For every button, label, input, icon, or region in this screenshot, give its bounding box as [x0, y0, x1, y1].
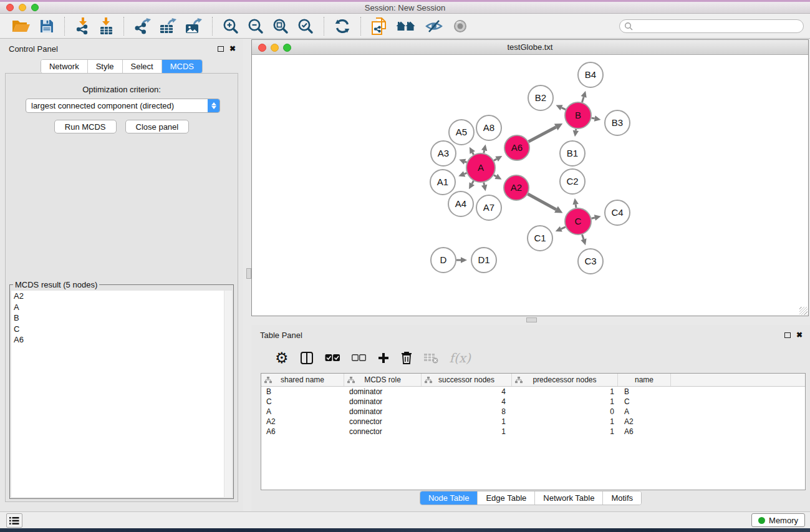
table-cell[interactable]: B	[618, 387, 671, 396]
edge-A-A3[interactable]	[465, 162, 467, 162]
column-chooser-button[interactable]	[300, 351, 314, 365]
table-cell[interactable]: B	[261, 387, 344, 396]
edge-C-C3[interactable]	[582, 235, 584, 239]
tab-node-table[interactable]: Node Table	[420, 491, 478, 505]
table-cell[interactable]: A	[261, 407, 344, 416]
float-table-panel-icon[interactable]	[784, 332, 791, 338]
edge-C-C4[interactable]	[591, 218, 594, 218]
table-cell[interactable]: 1	[512, 417, 618, 426]
edge-A-A1[interactable]	[465, 173, 467, 173]
zoom-out-button[interactable]	[246, 17, 265, 36]
table-cell[interactable]: 1	[512, 397, 618, 406]
table-row-C[interactable]: Cdominator41C	[261, 397, 805, 407]
column-header-shared-name[interactable]: shared name	[261, 374, 344, 386]
search-input[interactable]	[633, 21, 803, 32]
column-header-predecessor-nodes[interactable]: predecessor nodes	[512, 374, 618, 386]
edge-B-B3[interactable]	[592, 118, 595, 118]
tab-select[interactable]: Select	[123, 60, 162, 73]
hide-panels-button[interactable]	[423, 17, 445, 35]
zoom-fit-button[interactable]	[271, 17, 290, 36]
save-session-button[interactable]	[38, 17, 55, 35]
edge-C-C2[interactable]	[576, 205, 576, 208]
table-row-A6[interactable]: A6connector11A6	[261, 427, 805, 437]
tab-edge-table[interactable]: Edge Table	[478, 491, 535, 505]
table-cell[interactable]: dominator	[344, 407, 422, 416]
edge-A6-B[interactable]	[529, 127, 556, 142]
edge-A2-C[interactable]	[528, 194, 556, 210]
table-settings-button[interactable]: ⚙	[275, 351, 289, 365]
network-minimize-button[interactable]	[271, 44, 279, 52]
close-panel-button[interactable]: Close panel	[125, 120, 190, 133]
mcds-result-list[interactable]: A2ABCA6	[11, 291, 232, 497]
close-window-button[interactable]	[6, 4, 14, 11]
column-header-MCDS-role[interactable]: MCDS role	[344, 374, 422, 386]
table-cell[interactable]: A	[618, 407, 671, 416]
export-image-button[interactable]	[184, 16, 203, 36]
show-panels-button[interactable]	[451, 17, 470, 35]
export-table-button[interactable]	[158, 16, 178, 36]
tab-mcds[interactable]: MCDS	[162, 60, 202, 73]
deselect-all-columns-button[interactable]	[352, 354, 366, 362]
table-cell[interactable]: 0	[512, 407, 618, 416]
export-network-button[interactable]	[133, 16, 152, 36]
edge-B-B2[interactable]	[562, 108, 566, 110]
tab-network-table[interactable]: Network Table	[535, 491, 603, 505]
table-cell[interactable]: A2	[618, 417, 671, 426]
refresh-network-button[interactable]	[333, 17, 352, 36]
memory-button[interactable]: Memory	[751, 513, 805, 527]
table-cell[interactable]: A6	[261, 427, 344, 436]
table-row-B[interactable]: Bdominator41B	[261, 387, 805, 397]
zoom-selected-button[interactable]	[296, 17, 315, 36]
zoom-in-button[interactable]	[221, 17, 240, 36]
table-cell[interactable]: A6	[618, 427, 671, 436]
edge-A-A4[interactable]	[472, 181, 474, 184]
network-maximize-button[interactable]	[283, 44, 291, 52]
result-scrollbar-track[interactable]	[224, 291, 232, 497]
float-panel-icon[interactable]	[218, 46, 224, 52]
edge-B-B4[interactable]	[582, 97, 584, 102]
column-header-successor-nodes[interactable]: successor nodes	[422, 374, 512, 386]
table-cell[interactable]: 8	[422, 407, 512, 416]
task-history-button[interactable]	[6, 513, 22, 528]
run-mcds-button[interactable]: Run MCDS	[54, 120, 117, 133]
network-window-titlebar[interactable]: testGlobe.txt	[252, 40, 808, 55]
column-header-name[interactable]: name	[618, 374, 671, 386]
open-session-button[interactable]	[11, 17, 32, 35]
network-close-button[interactable]	[258, 44, 266, 52]
criterion-select[interactable]: largest connected component (directed)	[26, 99, 220, 113]
edge-C-C1[interactable]	[561, 227, 566, 229]
edge-A-A6[interactable]	[494, 159, 497, 161]
home-layout-button[interactable]	[395, 17, 417, 35]
table-cell[interactable]: 4	[422, 387, 512, 396]
network-graph[interactable]: B4B2BB3B1A5A8A6A3AA1A2C2A4A7CC4C1C3DD1	[252, 55, 808, 316]
edge-A-A8[interactable]	[484, 150, 485, 153]
table-cell[interactable]: 1	[422, 417, 512, 426]
import-network-button[interactable]	[74, 16, 91, 36]
result-item-C[interactable]: C	[11, 324, 232, 335]
tab-network[interactable]: Network	[41, 60, 88, 73]
table-cell[interactable]: 1	[512, 387, 618, 396]
network-canvas[interactable]: B4B2BB3B1A5A8A6A3AA1A2C2A4A7CC4C1C3DD1	[252, 55, 808, 316]
table-cell[interactable]: 4	[422, 397, 512, 406]
result-item-A2[interactable]: A2	[11, 291, 232, 302]
select-all-columns-button[interactable]	[325, 354, 340, 362]
horizontal-splitter-handle[interactable]	[526, 317, 537, 322]
table-cell[interactable]: C	[261, 397, 344, 406]
table-cell[interactable]: connector	[344, 427, 422, 436]
close-table-panel-icon[interactable]: ✖	[796, 332, 803, 338]
vertical-splitter-handle[interactable]	[246, 268, 251, 279]
edge-A-A5[interactable]	[473, 153, 474, 155]
close-panel-icon[interactable]: ✖	[229, 46, 236, 52]
result-item-A[interactable]: A	[11, 302, 232, 313]
window-resize-grip[interactable]	[799, 307, 808, 315]
result-item-A6[interactable]: A6	[11, 334, 232, 346]
edge-A-A2[interactable]	[494, 175, 496, 177]
table-cell[interactable]: A2	[261, 417, 344, 426]
table-cell[interactable]: dominator	[344, 387, 422, 396]
table-row-A2[interactable]: A2connector11A2	[261, 417, 805, 427]
table-cell[interactable]: 1	[422, 427, 512, 436]
table-cell[interactable]: connector	[344, 417, 422, 426]
tab-style[interactable]: Style	[88, 60, 123, 73]
table-cell[interactable]: dominator	[344, 397, 422, 406]
add-column-button[interactable]	[377, 352, 390, 364]
